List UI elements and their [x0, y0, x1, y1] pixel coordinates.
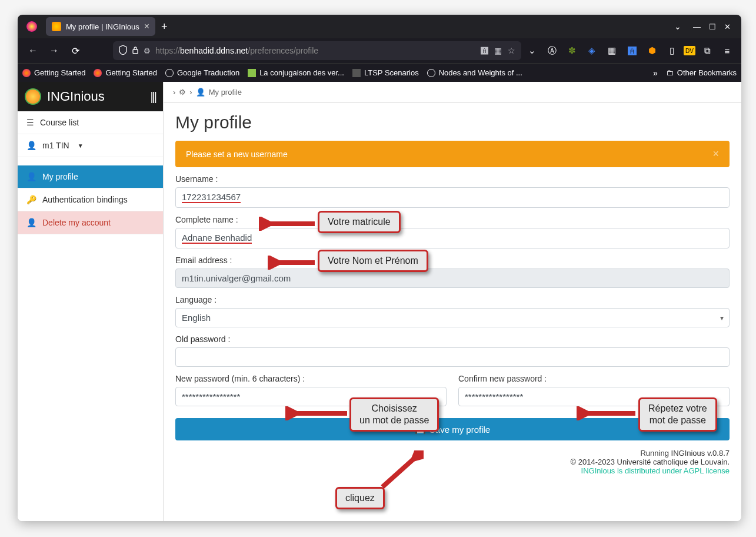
breadcrumb-label: My profile [209, 88, 242, 97]
arrow-icon [377, 450, 424, 492]
lock-icon [132, 46, 139, 56]
other-bookmarks-label: Other Bookmarks [677, 68, 737, 77]
bookmark-label: Getting Started [105, 68, 156, 77]
pocket-icon[interactable]: ⌄ [524, 42, 540, 59]
sidebar-item-auth-bindings[interactable]: 🔑 Authentication bindings [18, 188, 163, 211]
extensions-icon[interactable]: ⧉ [699, 42, 715, 59]
brand-bar: INGInious ||| [18, 82, 163, 111]
user-icon: 👤 [26, 141, 36, 150]
alert-warning: Please set a new username × [175, 141, 730, 167]
arrow-icon [285, 406, 350, 420]
main-content: › ⚙ › 👤 My profile My profile Please set… [164, 82, 741, 521]
annotation-repeat-pw: Répetez votre mot de passe [638, 397, 717, 432]
footer-version: Running INGInious v.0.8.7 [175, 449, 730, 458]
tab-dropdown-icon[interactable]: ⌄ [674, 22, 681, 31]
brand-logo [25, 88, 41, 105]
email-label: Email address : [175, 256, 730, 265]
username-label: Username : [175, 174, 730, 184]
breadcrumb: › ⚙ › 👤 My profile [164, 82, 741, 103]
url-input[interactable]: ⚙ https://benhadid.ddns.net/preferences/… [113, 41, 521, 60]
browser-tab[interactable]: My profile | INGInious × [46, 17, 155, 36]
alert-text: Please set a new username [186, 150, 288, 159]
arrow-icon [259, 217, 318, 231]
bookmark-label: Nodes and Weights of ... [439, 68, 522, 77]
sidebar-toggle-icon[interactable]: ||| [150, 90, 156, 104]
bookmarks-overflow-icon[interactable]: » [653, 68, 658, 78]
sidebar-item-user[interactable]: 👤 m1 TIN ▼ [18, 134, 163, 157]
language-label: Language : [175, 295, 730, 304]
folder-icon: 🗀 [666, 68, 674, 77]
bookmark-star-icon[interactable]: ☆ [508, 46, 515, 55]
bookmark-item[interactable]: Getting Started [22, 68, 85, 77]
shield-icon [119, 45, 127, 57]
new-tab-button[interactable]: + [155, 21, 174, 33]
ext7-icon[interactable]: DV [684, 46, 695, 55]
bookmark-label: La conjugaison des ver... [259, 68, 344, 77]
reload-button[interactable]: ⟳ [66, 41, 85, 60]
sidebar: INGInious ||| ☰ Course list 👤 m1 TIN ▼ 👤… [18, 82, 164, 521]
confirm-password-label: Confirm new password : [458, 374, 730, 383]
email-input: m1tin.univalger@gmail.com [175, 268, 730, 288]
key-icon: 🔑 [26, 195, 36, 204]
tab-favicon [52, 22, 61, 31]
bookmark-item[interactable]: Getting Started [94, 68, 156, 77]
other-bookmarks-button[interactable]: 🗀 Other Bookmarks [666, 68, 737, 77]
window-titlebar: My profile | INGInious × + ⌄ — ☐ ✕ [18, 15, 741, 38]
sidebar-item-my-profile[interactable]: 👤 My profile [18, 165, 163, 188]
window-maximize-button[interactable]: ☐ [709, 22, 716, 31]
caret-down-icon: ▼ [78, 142, 84, 149]
alert-close-icon[interactable]: × [712, 148, 719, 160]
sidebar-label: m1 TIN [42, 141, 69, 150]
tab-close-icon[interactable]: × [144, 21, 149, 32]
reader-icon[interactable]: ▦ [494, 46, 502, 55]
annotation-matricule: Votre matricule [318, 211, 401, 233]
account-icon[interactable]: Ⓐ [544, 42, 560, 59]
bookmark-item[interactable]: La conjugaison des ver... [248, 68, 344, 77]
page-title: My profile [175, 112, 730, 132]
window-close-button[interactable]: ✕ [724, 22, 731, 31]
translate-icon[interactable]: 🅰 [481, 47, 488, 55]
forward-button[interactable]: → [45, 41, 64, 60]
bookmark-label: LTSP Scenarios [364, 68, 419, 77]
back-button[interactable]: ← [24, 41, 42, 60]
chevron-right-icon: › [173, 88, 175, 97]
sidebar-label: Authentication bindings [42, 195, 128, 204]
bookmarks-bar: Getting Started Getting Started Google T… [18, 63, 741, 82]
bookmark-item[interactable]: Google Traduction [165, 68, 239, 77]
bookmark-item[interactable]: LTSP Scenarios [352, 68, 419, 77]
ext1-icon[interactable]: ✽ [564, 42, 580, 59]
list-icon: ☰ [26, 118, 34, 127]
menu-icon[interactable]: ≡ [719, 42, 735, 59]
bookmark-item[interactable]: Nodes and Weights of ... [427, 68, 522, 77]
annotation-nom: Votre Nom et Prénom [318, 250, 428, 272]
username-input[interactable]: 172231234567 [175, 187, 730, 208]
sidebar-label: My profile [42, 172, 78, 181]
sidebar-label: Course list [40, 118, 79, 127]
chevron-right-icon: › [189, 88, 192, 97]
new-password-label: New password (min. 6 characters) : [175, 374, 447, 383]
ext2-icon[interactable]: ◈ [584, 42, 600, 59]
permissions-icon: ⚙ [144, 47, 151, 55]
ext4-icon[interactable]: 🅰 [624, 42, 640, 59]
arrow-icon [577, 406, 638, 420]
url-text: https://benhadid.ddns.net/preferences/pr… [155, 46, 318, 55]
svg-line-6 [382, 456, 417, 487]
old-password-label: Old password : [175, 334, 730, 344]
sidebar-item-delete-account[interactable]: 👤 Delete my account [18, 211, 163, 234]
complete-name-input[interactable]: Adnane Benhadid [175, 228, 730, 248]
language-select[interactable]: English [175, 308, 730, 327]
annotation-click: cliquez [335, 487, 385, 509]
window-minimize-button[interactable]: — [693, 22, 701, 31]
footer: Running INGInious v.0.8.7 © 2014-2023 Un… [175, 449, 730, 475]
ext3-icon[interactable]: ▦ [604, 42, 620, 59]
annotation-choose-pw: Choisissez un mot de passe [349, 397, 439, 432]
brand-name: INGInious [47, 89, 144, 104]
sidebar-label: Delete my account [42, 218, 111, 227]
ext5-icon[interactable]: ⬢ [644, 42, 660, 59]
old-password-input[interactable] [175, 347, 730, 367]
ext6-icon[interactable]: ▯ [664, 42, 680, 59]
sidebar-item-course-list[interactable]: ☰ Course list [18, 111, 163, 134]
svg-rect-1 [133, 49, 138, 54]
footer-license-link[interactable]: INGInious is distributed under AGPL lice… [175, 466, 730, 475]
user-icon: 👤 [196, 88, 205, 97]
